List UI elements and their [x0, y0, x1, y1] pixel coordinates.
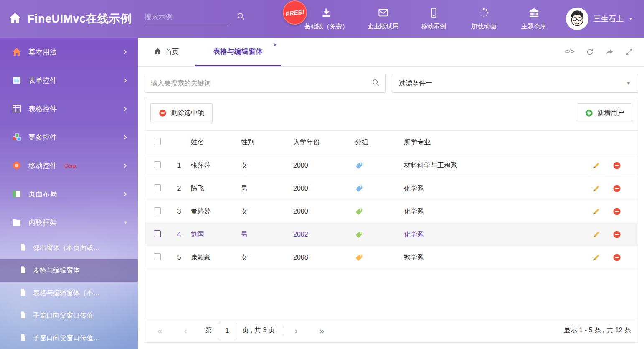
sidebar-subitem-popup-window[interactable]: 弹出窗体（本页面或…	[0, 237, 138, 259]
cell-group	[355, 246, 404, 269]
row-checkbox[interactable]	[154, 207, 161, 214]
tag-icon	[355, 184, 363, 191]
next-page-icon[interactable]: ›	[295, 326, 298, 335]
prev-page-icon[interactable]: ‹	[184, 326, 187, 335]
row-checkbox[interactable]	[154, 253, 161, 260]
tag-icon	[355, 230, 363, 237]
sidebar-subitem-child-to-parent[interactable]: 子窗口向父窗口传值	[0, 304, 138, 327]
sidebar-item-form-controls[interactable]: 表单控件	[0, 66, 138, 94]
cell-group	[355, 177, 404, 200]
nav-enterprise-trial[interactable]: 企业版试用	[368, 7, 399, 31]
edit-icon[interactable]	[592, 161, 601, 170]
fullscreen-icon[interactable]	[625, 48, 633, 56]
select-all-checkbox[interactable]	[154, 138, 161, 145]
tab-grid-edit-window[interactable]: 表格与编辑窗体 ×	[195, 38, 281, 66]
tag-icon	[355, 207, 363, 214]
sidebar-subitem-child-to-parent-2[interactable]: 子窗口向父窗口传值…	[0, 327, 138, 349]
delete-icon[interactable]	[613, 253, 621, 262]
major-link[interactable]: 化学系	[404, 208, 424, 215]
delete-icon[interactable]	[613, 207, 621, 216]
row-checkbox[interactable]	[154, 184, 161, 191]
nav-mobile-demo[interactable]: 移动示例	[418, 7, 449, 31]
table-row[interactable]: 1 张萍萍 女 2000 材料科学与工程系	[145, 154, 638, 177]
search-icon[interactable]	[237, 12, 245, 22]
sidebar-subitem-grid-edit-window[interactable]: 表格与编辑窗体	[0, 259, 138, 282]
first-page-icon[interactable]: «	[157, 326, 162, 335]
table-row[interactable]: 4 刘国 男 2002 化学系	[145, 223, 638, 246]
filter-dropdown[interactable]: 过滤条件一 ▼	[392, 74, 638, 93]
edit-icon[interactable]	[592, 230, 601, 239]
search-icon[interactable]	[372, 79, 380, 88]
sidebar-item-grid-controls[interactable]: 表格控件	[0, 94, 138, 123]
major-link[interactable]: 数学系	[404, 254, 424, 261]
close-icon[interactable]: ×	[273, 41, 277, 48]
refresh-icon[interactable]	[586, 48, 594, 56]
sidebar-subitem-label: 弹出窗体（本页面或…	[33, 244, 100, 252]
filter-row: 过滤条件一 ▼	[138, 67, 644, 98]
header-search[interactable]	[145, 12, 228, 25]
table-row[interactable]: 3 董婷婷 女 2000 化学系	[145, 200, 638, 223]
cell-actions	[583, 154, 638, 177]
cell-major: 化学系	[404, 177, 583, 200]
table-row[interactable]: 5 康颖颖 女 2008 数学系	[145, 246, 638, 269]
caret-down-icon: ▼	[123, 220, 128, 225]
header-search-input[interactable]	[145, 13, 237, 21]
nav-loading-animation[interactable]: 加载动画	[468, 7, 499, 31]
delete-icon[interactable]	[613, 184, 621, 193]
chevron-right-icon	[122, 135, 128, 140]
file-icon	[19, 334, 27, 343]
file-icon	[19, 243, 27, 253]
users-table: 姓名 性别 入学年份 分组 所学专业 1 张萍萍 女 2000	[145, 130, 638, 269]
download-icon	[321, 7, 332, 20]
cell-gender: 男	[241, 223, 293, 246]
add-user-button[interactable]: 新增用户	[577, 103, 632, 122]
delete-icon[interactable]	[613, 230, 621, 239]
nav-theme-repo[interactable]: 主题仓库	[518, 7, 549, 31]
delete-selected-button[interactable]: 删除选中项	[150, 103, 213, 122]
col-year: 入学年份	[293, 131, 355, 154]
user-menu[interactable]: 三生石上 ▼	[566, 8, 633, 30]
sidebar-subitem-label: 子窗口向父窗口传值…	[33, 334, 100, 343]
main-content: 首页 表格与编辑窗体 × </> 过滤条件一	[138, 38, 644, 349]
last-page-icon[interactable]: »	[319, 326, 325, 335]
sidebar-item-label: 更多控件	[28, 132, 57, 142]
button-label: 新增用户	[597, 109, 624, 117]
row-checkbox[interactable]	[154, 161, 161, 168]
sidebar: 基本用法 表单控件 表格控件 更多控件	[0, 38, 138, 349]
home-icon	[8, 11, 22, 26]
sidebar-item-page-layout[interactable]: 页面布局	[0, 180, 138, 208]
source-code-icon[interactable]: </>	[564, 48, 574, 56]
sidebar-item-more-controls[interactable]: 更多控件	[0, 123, 138, 151]
sidebar-item-iframe[interactable]: 内联框架 ▼	[0, 208, 138, 237]
sidebar-item-basic-usage[interactable]: 基本用法	[0, 38, 138, 66]
cell-actions	[583, 200, 638, 223]
row-checkbox[interactable]	[154, 230, 161, 237]
page-number-input[interactable]	[218, 322, 236, 339]
major-link[interactable]: 化学系	[404, 231, 424, 238]
mail-icon	[378, 7, 389, 20]
edit-icon[interactable]	[592, 253, 601, 262]
delete-icon[interactable]	[613, 161, 621, 170]
sidebar-item-mobile-controls[interactable]: 移动控件 Corp.	[0, 151, 138, 180]
sidebar-subitem-label: 表格与编辑窗体（不…	[33, 289, 100, 298]
major-link[interactable]: 化学系	[404, 185, 424, 192]
sidebar-item-label: 内联框架	[28, 218, 57, 227]
major-link[interactable]: 材料科学与工程系	[404, 162, 457, 169]
cell-year: 2002	[293, 223, 355, 246]
tag-icon	[355, 253, 363, 260]
tab-label: 表格与编辑窗体	[213, 47, 263, 56]
cell-major: 化学系	[404, 223, 583, 246]
edit-icon[interactable]	[592, 207, 601, 216]
table-search-input[interactable]	[151, 79, 372, 87]
nav-basic-free[interactable]: FREE! 基础版（免费）	[304, 7, 348, 31]
sidebar-subitem-grid-edit-window-2[interactable]: 表格与编辑窗体（不…	[0, 282, 138, 304]
page-prefix: 第	[205, 326, 212, 335]
table-search-box[interactable]	[145, 74, 386, 93]
edit-icon[interactable]	[592, 184, 601, 193]
brand[interactable]: FineUIMvc在线示例	[8, 11, 132, 26]
avatar[interactable]	[566, 8, 588, 30]
col-major: 所学专业	[404, 131, 583, 154]
table-row[interactable]: 2 陈飞 男 2000 化学系	[145, 177, 638, 200]
tab-home[interactable]: 首页	[145, 38, 188, 66]
open-new-window-icon[interactable]	[606, 48, 614, 56]
